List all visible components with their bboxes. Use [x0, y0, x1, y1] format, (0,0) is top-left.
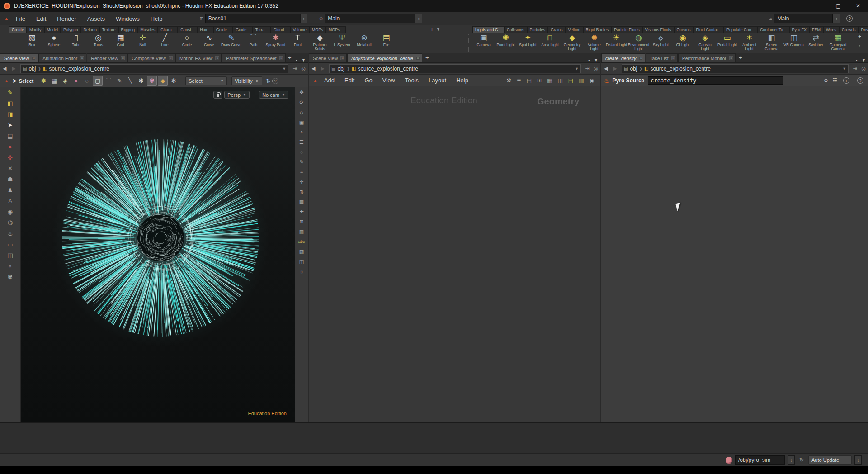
shelf-tab-9[interactable]: Const... — [178, 26, 197, 33]
shelf-tool-portal-light[interactable]: ▭Portal Light — [716, 33, 738, 53]
display-option-icon-7[interactable]: ✎ — [299, 157, 303, 167]
menu-help[interactable]: Help — [145, 15, 168, 22]
shelf-tab-r-13[interactable]: FEM — [809, 26, 823, 33]
network-menu-layout[interactable]: Layout — [424, 77, 451, 84]
shelf-tab-0[interactable]: Create — [9, 26, 27, 33]
pin-icon[interactable]: ⇥ — [290, 66, 299, 71]
scene-selector-arrows-icon[interactable]: ↕ — [300, 14, 307, 23]
scene-tool-icon-4[interactable]: ◌ — [82, 76, 92, 86]
viewport-tool-icon-12[interactable]: ⌬ — [8, 218, 13, 228]
back-icon[interactable]: ◀ — [0, 66, 9, 71]
display-option-icon-18[interactable]: ☼ — [299, 266, 304, 276]
shelf-tab-r-15[interactable]: Crowds — [839, 26, 859, 33]
desktop-selector[interactable]: Main — [774, 14, 833, 23]
tab--obj-source-explosion-centre[interactable]: /obj/source_explosion_centre× — [347, 53, 422, 62]
shelf-tab-r-7[interactable]: Viscous Fluids — [642, 26, 674, 33]
viewport-tool-icon-16[interactable]: ⌖ — [9, 261, 12, 272]
forward-icon[interactable]: ▶ — [610, 66, 619, 71]
shelf-tool-ambient-light[interactable]: ✶Ambient Light — [738, 33, 760, 53]
display-option-icon-13[interactable]: ⊞ — [299, 217, 303, 227]
tab-close-icon[interactable]: × — [340, 56, 344, 60]
new-tab-button[interactable]: + — [736, 53, 745, 62]
shelf-right-scroll-icon[interactable]: ↕ — [859, 43, 861, 48]
chevron-down-icon[interactable]: ▼ — [575, 66, 579, 71]
shelf-tab-17[interactable]: MOPs... — [326, 26, 346, 33]
shelf-tab-r-5[interactable]: Rigid Bodies — [583, 26, 612, 33]
asset-icon[interactable]: ▥ — [576, 77, 586, 84]
radial-menu-icon[interactable]: ◎ — [859, 66, 868, 71]
recook-icon[interactable]: ↻ — [799, 457, 804, 463]
display-option-icon-4[interactable]: ⚬ — [299, 127, 303, 137]
new-tab-button[interactable]: + — [286, 53, 293, 62]
radial-menu-icon[interactable]: ◎ — [299, 66, 308, 71]
tree-icon[interactable]: ≣ — [514, 77, 524, 84]
path-field[interactable]: ▤obj❯◧source_explosion_centre▼ — [622, 64, 849, 73]
shelf-tab-r-3[interactable]: Grains — [548, 26, 566, 33]
shelf-tab-15[interactable]: Volume — [290, 26, 309, 33]
shelf-tab-r-4[interactable]: Vellum — [566, 26, 583, 33]
shelf-tab-14[interactable]: Cloud... — [271, 26, 290, 33]
shelf-tab-5[interactable]: Texture — [99, 26, 118, 33]
camera-menu-button[interactable]: Persp▼ — [224, 91, 250, 99]
viewport[interactable]: Persp▼ No cam▼ Education Edition — [21, 87, 295, 422]
viewport-tool-icon-3[interactable]: ➤ — [8, 120, 13, 131]
minimize-button[interactable]: – — [808, 0, 828, 12]
visibility-button[interactable]: Visibility ▶ — [231, 76, 262, 85]
shelf-tab-r-12[interactable]: Pyro FX — [789, 26, 810, 33]
pane-maximize-icon[interactable]: ▪ — [293, 58, 299, 62]
pin-icon[interactable]: ⇥ — [850, 66, 859, 71]
viewport-tool-icon-7[interactable]: ✕ — [8, 163, 13, 174]
list-icon[interactable]: ▤ — [524, 77, 534, 84]
shelf-tool-caustic-light[interactable]: ◈Caustic Light — [694, 33, 716, 53]
note-icon[interactable]: ▤ — [566, 77, 576, 84]
shelf-tab-1[interactable]: Modify — [27, 26, 44, 33]
network-canvas[interactable]: Education Edition Geometry — [309, 86, 600, 422]
menu-file[interactable]: File — [10, 15, 31, 22]
display-option-icon-12[interactable]: ✚ — [299, 207, 303, 217]
shelf-tab-3[interactable]: Polygon — [61, 26, 81, 33]
menu-render[interactable]: Render — [52, 15, 82, 22]
shelf-tab-12[interactable]: Guide... — [233, 26, 253, 33]
toolbar-help-icon[interactable]: ? — [272, 78, 278, 84]
display-option-icon-6[interactable]: ◌ — [300, 147, 303, 157]
display-option-icon-14[interactable]: ▥ — [299, 227, 304, 237]
back-icon[interactable]: ◀ — [309, 66, 318, 71]
network-menu-tools[interactable]: Tools — [400, 77, 424, 84]
display-option-icon-17[interactable]: ◫ — [299, 256, 304, 266]
scene-selector[interactable]: Boss01 — [205, 14, 300, 23]
view-lock-button[interactable] — [213, 91, 222, 99]
shelf-tool-switcher[interactable]: ⇄Switcher — [805, 33, 827, 53]
viewport-tool-icon-11[interactable]: ◉ — [8, 207, 13, 218]
layout-selector-arrows-icon[interactable]: ↕ — [415, 14, 422, 23]
path-segment[interactable]: source_explosion_centre — [49, 66, 109, 72]
viewport-tool-icon-1[interactable]: ◧ — [7, 98, 13, 109]
radial-menu-icon[interactable]: ◎ — [591, 66, 600, 71]
scene-tool-icon-7[interactable]: ✎ — [114, 76, 124, 86]
cells-icon[interactable]: ▦ — [544, 77, 555, 84]
display-option-icon-3[interactable]: ▣ — [299, 117, 304, 127]
shelf-tool-point-light[interactable]: ✺Point Light — [495, 33, 517, 53]
display-option-icon-16[interactable]: ▧ — [299, 246, 304, 256]
shelf-add-icon[interactable]: + — [430, 26, 434, 33]
desktop-selector-arrows-icon[interactable]: ↕ — [833, 14, 840, 23]
shelf-tool-platonic-solids[interactable]: ◆Platonic Solids — [309, 33, 331, 53]
tab-scene-view[interactable]: Scene View× — [309, 53, 347, 62]
shelf-tool-metaball[interactable]: ⊚Metaball — [353, 33, 375, 53]
tab-composite-view[interactable]: Composite View× — [127, 53, 175, 62]
tab-create-density[interactable]: create_density× — [601, 53, 645, 62]
network-menu-view[interactable]: View — [377, 77, 400, 84]
display-option-icon-2[interactable]: ◇ — [300, 107, 303, 117]
forward-icon[interactable]: ▶ — [318, 66, 327, 71]
scene-tool-icon-2[interactable]: ◈ — [60, 76, 70, 86]
shelf-tool-font[interactable]: TFont — [287, 33, 309, 53]
display-option-icon-11[interactable]: ▦ — [299, 197, 304, 207]
viewport-tool-icon-8[interactable]: ☗ — [8, 174, 13, 185]
help-icon[interactable]: ? — [846, 15, 853, 22]
scene-tool-icon-10[interactable]: ✾ — [147, 76, 157, 86]
path-segment[interactable]: obj — [28, 66, 36, 72]
shelf-tool-gamepad-camera[interactable]: ▦Gamepad Camera — [827, 33, 849, 53]
shelf-tab-r-6[interactable]: Particle Fluids — [611, 26, 642, 33]
grid-icon[interactable]: ⊞ — [534, 77, 544, 84]
viewport-tool-icon-0[interactable]: ✎ — [8, 87, 13, 98]
cam-lock-menu-button[interactable]: No cam▼ — [259, 91, 288, 99]
